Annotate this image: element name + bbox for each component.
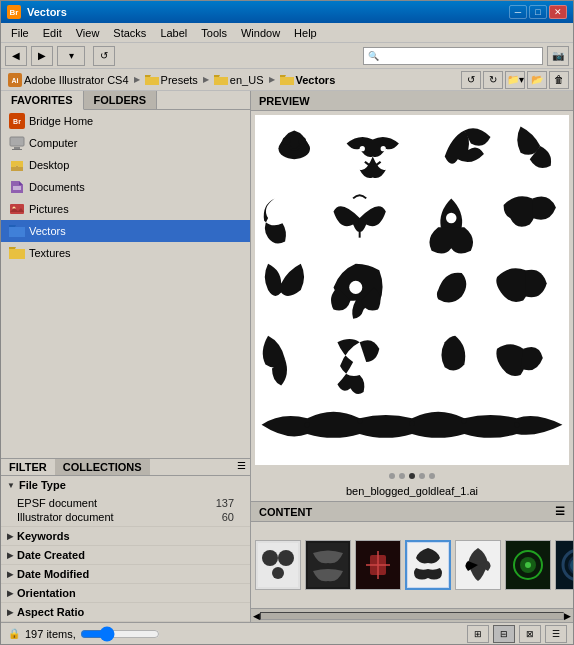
menu-edit[interactable]: Edit: [37, 26, 68, 40]
breadcrumb-enus-label: en_US: [230, 74, 264, 86]
thumbnail-3[interactable]: [355, 540, 401, 590]
documents-icon: [9, 179, 25, 195]
filter-datemodified-header[interactable]: ▶ Date Modified: [1, 565, 250, 583]
preview-panel: PREVIEW: [251, 91, 573, 502]
sidebar-item-pictures[interactable]: Pictures: [1, 198, 250, 220]
refresh-button[interactable]: ↺: [93, 46, 115, 66]
forward-button[interactable]: ▶: [31, 46, 53, 66]
menu-label[interactable]: Label: [154, 26, 193, 40]
tab-filter[interactable]: FILTER: [1, 459, 55, 475]
breadcrumb-vectors[interactable]: Vectors: [277, 72, 339, 88]
scroll-left-arrow[interactable]: ◀: [253, 611, 260, 621]
tab-favorites[interactable]: FAVORITES: [1, 91, 84, 110]
rotate-left-button[interactable]: ↺: [461, 71, 481, 89]
view-grid-medium-button[interactable]: ⊟: [493, 625, 515, 643]
filter-row-illustrator[interactable]: Illustrator document 60: [17, 510, 234, 524]
svg-rect-4: [10, 137, 24, 146]
scroll-right-arrow[interactable]: ▶: [564, 611, 571, 621]
svg-point-28: [272, 567, 284, 579]
sidebar-item-documents[interactable]: Documents: [1, 176, 250, 198]
close-button[interactable]: ✕: [549, 5, 567, 19]
menu-tools[interactable]: Tools: [195, 26, 233, 40]
menu-stacks[interactable]: Stacks: [107, 26, 152, 40]
svg-point-19: [349, 281, 362, 294]
scrollbar-track[interactable]: [260, 612, 564, 620]
filter-orientation-header[interactable]: ▶ Orientation: [1, 584, 250, 602]
breadcrumb-presets[interactable]: Presets: [142, 72, 201, 88]
filter-datecreated-label: Date Created: [17, 549, 85, 561]
thumbnail-2[interactable]: [305, 540, 351, 590]
minimize-button[interactable]: ─: [509, 5, 527, 19]
sidebar-item-bridge-home[interactable]: Br Bridge Home: [1, 110, 250, 132]
sidebar-item-vectors[interactable]: Vectors: [1, 220, 250, 242]
view-list-button[interactable]: ☰: [545, 625, 567, 643]
menu-file[interactable]: File: [5, 26, 35, 40]
window-title: Vectors: [27, 6, 67, 18]
filter-filetype-header[interactable]: ▼ File Type: [1, 476, 250, 494]
svg-point-13: [282, 137, 290, 145]
filter-keywords-header[interactable]: ▶ Keywords: [1, 527, 250, 545]
thumbnail-5[interactable]: [455, 540, 501, 590]
sidebar-item-desktop[interactable]: Desktop: [1, 154, 250, 176]
content-scrollbar[interactable]: ◀ ▶: [251, 608, 573, 622]
menu-view[interactable]: View: [70, 26, 106, 40]
preview-dots: [251, 469, 573, 483]
thumbnail-6[interactable]: [505, 540, 551, 590]
sidebar-item-computer-label: Computer: [29, 137, 77, 149]
preview-header-label: PREVIEW: [259, 95, 310, 107]
breadcrumb-ai[interactable]: Ai Adobe Illustrator CS4: [5, 72, 132, 88]
filter-aspectratio-header[interactable]: ▶ Aspect Ratio: [1, 603, 250, 621]
svg-rect-9: [10, 204, 24, 214]
preview-area: [255, 115, 569, 465]
preview-dot-2[interactable]: [399, 473, 405, 479]
content-options-icon[interactable]: ☰: [555, 505, 565, 518]
filter-options-button[interactable]: ☰: [233, 459, 250, 475]
sidebar-item-computer[interactable]: Computer: [1, 132, 250, 154]
menu-help[interactable]: Help: [288, 26, 323, 40]
svg-rect-25: [258, 543, 298, 587]
preview-dot-4[interactable]: [419, 473, 425, 479]
svg-text:Br: Br: [13, 118, 21, 125]
computer-icon: [9, 135, 25, 151]
menu-window[interactable]: Window: [235, 26, 286, 40]
thumbnail-7[interactable]: [555, 540, 573, 590]
preview-dot-5[interactable]: [429, 473, 435, 479]
camera-button[interactable]: 📷: [547, 46, 569, 66]
filter-tabs: FILTER COLLECTIONS ☰: [1, 459, 250, 476]
preview-dot-3[interactable]: [409, 473, 415, 479]
rotate-right-button[interactable]: ↻: [483, 71, 503, 89]
folder-menu-button[interactable]: 📁▾: [505, 71, 525, 89]
ai-icon: Ai: [8, 73, 22, 87]
filter-section-orientation: ▶ Orientation: [1, 584, 250, 603]
tab-collections[interactable]: COLLECTIONS: [55, 459, 150, 475]
filter-datecreated-header[interactable]: ▶ Date Created: [1, 546, 250, 564]
folder-icon-1: [145, 73, 159, 87]
thumbnail-4[interactable]: [405, 540, 451, 590]
menu-bar: File Edit View Stacks Label Tools Window…: [1, 23, 573, 43]
maximize-button[interactable]: □: [529, 5, 547, 19]
zoom-slider[interactable]: [80, 627, 160, 641]
title-bar-left: Br Vectors: [7, 5, 67, 19]
textures-folder-icon: [9, 245, 25, 261]
breadcrumb-ai-label: Adobe Illustrator CS4: [24, 74, 129, 86]
breadcrumb-enus[interactable]: en_US: [211, 72, 267, 88]
preview-dot-1[interactable]: [389, 473, 395, 479]
search-box[interactable]: 🔍: [363, 47, 543, 65]
filter-filetype-label: File Type: [19, 479, 66, 491]
tab-folders[interactable]: FOLDERS: [84, 91, 158, 109]
view-grid-large-button[interactable]: ⊞: [467, 625, 489, 643]
filter-arrow-right-3: ▶: [7, 570, 13, 579]
back-button[interactable]: ◀: [5, 46, 27, 66]
filter-row-epsf[interactable]: EPSF document 137: [17, 496, 234, 510]
view-grid-small-button[interactable]: ⊠: [519, 625, 541, 643]
delete-button[interactable]: 🗑: [549, 71, 569, 89]
sidebar-item-textures[interactable]: Textures: [1, 242, 250, 264]
filter-arrow-down: ▼: [7, 481, 15, 490]
svg-point-26: [262, 550, 278, 566]
thumbnail-1[interactable]: [255, 540, 301, 590]
breadcrumb-bar: Ai Adobe Illustrator CS4 ▶ Presets ▶ en_…: [1, 69, 573, 91]
history-dropdown-button[interactable]: ▾: [57, 46, 85, 66]
new-folder-button[interactable]: 📂: [527, 71, 547, 89]
search-input[interactable]: [381, 50, 538, 62]
filter-section-datemodified: ▶ Date Modified: [1, 565, 250, 584]
